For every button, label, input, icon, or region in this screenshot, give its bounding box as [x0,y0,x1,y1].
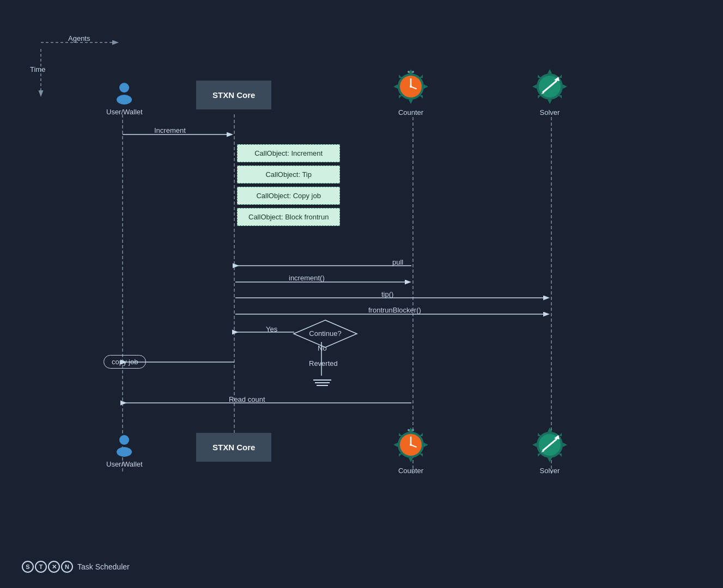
logo-n: N [61,561,73,573]
stxn-core-top: STXN Core [196,81,271,109]
user-wallet-top-label: User/Wallet [106,108,143,116]
svg-point-19 [119,83,129,93]
agents-label: Agents [68,34,90,42]
call-obj-copy: CallObject: Copy job [237,187,340,205]
solver-top-label: Solver [540,108,560,117]
call-obj-increment: CallObject: Increment [237,144,340,162]
logo-text: Task Scheduler [77,562,130,571]
svg-point-20 [117,95,132,105]
reverted-label: Reverted [309,359,338,367]
logo-circles: S T ✕ N [22,561,73,573]
stxn-core-bottom-box: STXN Core [196,433,271,462]
logo-t: T [35,561,47,573]
svg-point-49 [119,435,129,445]
solver-top: Solver [531,68,568,117]
svg-point-50 [117,447,132,457]
user-icon-bottom [112,433,136,457]
tip-call-label: tip() [381,290,393,298]
counter-icon-bottom [392,426,429,463]
svg-marker-37 [548,100,552,104]
frontrun-label: frontrunBlocker() [368,306,421,314]
svg-marker-36 [548,69,552,74]
svg-marker-53 [393,443,398,447]
svg-marker-54 [424,443,428,447]
call-objects-box: CallObject: Increment CallObject: Tip Ca… [237,144,340,226]
increment-call-label: increment() [289,274,325,282]
logo-area: S T ✕ N Task Scheduler [22,561,130,573]
logo-s: S [22,561,34,573]
logo-x: ✕ [48,561,60,573]
user-wallet-bottom: User/Wallet [106,433,143,468]
no-label: No [318,344,327,352]
svg-text:Continue?: Continue? [309,329,341,338]
user-wallet-top: User/Wallet [106,81,143,116]
svg-point-35 [412,71,414,73]
call-obj-block: CallObject: Block frontrun [237,208,340,226]
counter-top: Counter [392,68,429,117]
increment-label: Increment [154,126,186,134]
read-count-label: Read count [229,395,265,403]
solver-bottom-label: Solver [540,467,560,475]
yes-label: Yes [266,325,277,333]
svg-marker-39 [563,84,567,89]
user-icon-top [112,81,136,105]
svg-marker-69 [563,443,567,447]
time-label: Time [30,65,45,74]
solver-icon-top [531,68,568,105]
svg-marker-23 [393,84,398,89]
svg-marker-66 [548,427,552,432]
counter-bottom: Counter [392,426,429,475]
stxn-core-bottom: STXN Core [196,433,271,462]
svg-marker-22 [409,100,413,104]
svg-marker-38 [532,84,537,89]
svg-marker-67 [548,458,552,462]
user-wallet-bottom-label: User/Wallet [106,460,143,468]
counter-bottom-label: Counter [398,467,423,475]
svg-marker-68 [532,443,537,447]
svg-marker-52 [409,458,413,462]
svg-marker-24 [424,84,428,89]
svg-point-65 [412,429,414,431]
solver-icon-bottom [531,426,568,463]
counter-top-label: Counter [398,108,423,117]
copy-job-bubble: copy job [104,355,146,369]
svg-point-34 [408,71,410,73]
call-obj-tip: CallObject: Tip [237,166,340,183]
pull-label: pull [392,258,403,266]
svg-point-64 [408,429,410,431]
stxn-core-top-box: STXN Core [196,81,271,109]
counter-icon-top [392,68,429,105]
diagram-container: Agents Time User/Wallet STXN Core [0,0,723,588]
solver-bottom: Solver [531,426,568,475]
